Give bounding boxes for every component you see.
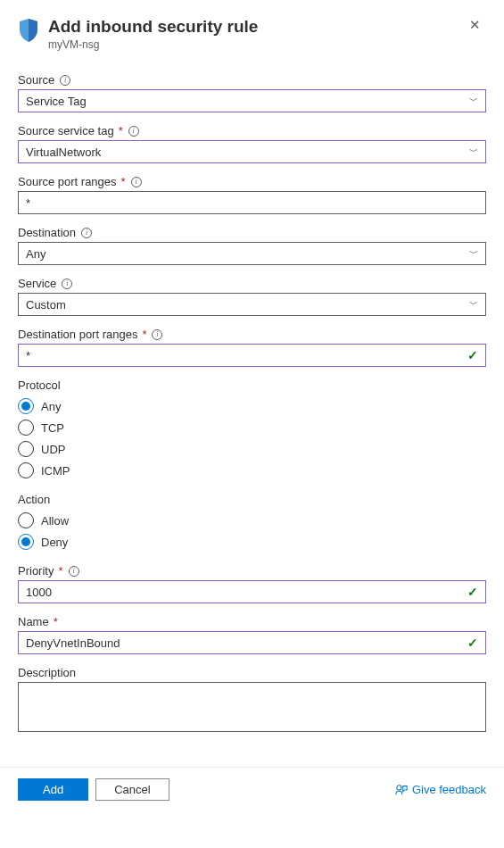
chevron-down-icon: ﹀ (469, 298, 478, 311)
protocol-radio-any[interactable]: Any (18, 395, 486, 417)
chevron-down-icon: ﹀ (469, 145, 478, 158)
close-icon[interactable]: ✕ (464, 16, 486, 33)
description-textarea[interactable] (18, 682, 486, 732)
info-icon[interactable]: i (62, 279, 72, 289)
name-label: Name* (18, 615, 486, 628)
info-icon[interactable]: i (131, 177, 142, 187)
source-port-ranges-input[interactable]: * (18, 191, 486, 214)
source-service-tag-label: Source service tag* i (18, 124, 486, 137)
add-button[interactable]: Add (18, 778, 88, 801)
action-label: Action (18, 493, 486, 506)
destination-port-ranges-label: Destination port ranges* i (18, 328, 486, 341)
service-select[interactable]: Custom ﹀ (18, 293, 486, 316)
chevron-down-icon: ﹀ (469, 247, 478, 260)
action-radio-allow[interactable]: Allow (18, 510, 486, 531)
action-radio-deny[interactable]: Deny (18, 531, 486, 553)
destination-port-ranges-input[interactable]: * ✓ (18, 344, 486, 367)
info-icon[interactable]: i (81, 228, 92, 238)
svg-point-0 (397, 785, 401, 789)
form-body: Source i Service Tag ﹀ Source service ta… (0, 58, 504, 752)
protocol-radio-icmp[interactable]: ICMP (18, 460, 486, 481)
checkmark-icon: ✓ (467, 348, 478, 362)
checkmark-icon: ✓ (467, 585, 478, 599)
source-select[interactable]: Service Tag ﹀ (18, 89, 486, 112)
protocol-radio-udp[interactable]: UDP (18, 438, 486, 460)
description-label: Description (18, 666, 486, 679)
source-service-tag-select[interactable]: VirtualNetwork ﹀ (18, 140, 486, 163)
source-port-ranges-label: Source port ranges* i (18, 175, 486, 188)
info-icon[interactable]: i (69, 566, 79, 577)
chevron-down-icon: ﹀ (469, 95, 478, 107)
feedback-icon (395, 784, 408, 796)
service-label: Service i (18, 277, 486, 290)
cancel-button[interactable]: Cancel (95, 778, 169, 801)
info-icon[interactable]: i (128, 126, 139, 137)
footer-bar: Add Cancel Give feedback (0, 767, 504, 811)
blade-title: Add inbound security rule (48, 16, 455, 37)
destination-select[interactable]: Any ﹀ (18, 242, 486, 265)
protocol-label: Protocol (18, 378, 486, 392)
destination-label: Destination i (18, 226, 486, 239)
priority-label: Priority* i (18, 564, 486, 578)
source-label: Source i (18, 73, 486, 87)
blade-subtitle: myVM-nsg (48, 38, 455, 51)
name-input[interactable]: DenyVnetInBound ✓ (18, 631, 486, 654)
info-icon[interactable]: i (152, 329, 162, 340)
give-feedback-link[interactable]: Give feedback (395, 783, 486, 796)
checkmark-icon: ✓ (467, 636, 478, 650)
blade-header: Add inbound security rule myVM-nsg ✕ (0, 0, 504, 58)
action-radio-group: Allow Deny (18, 510, 486, 553)
shield-icon (18, 18, 39, 46)
protocol-radio-group: Any TCP UDP ICMP (18, 395, 486, 481)
protocol-radio-tcp[interactable]: TCP (18, 417, 486, 438)
info-icon[interactable]: i (60, 75, 70, 86)
priority-input[interactable]: 1000 ✓ (18, 580, 486, 603)
